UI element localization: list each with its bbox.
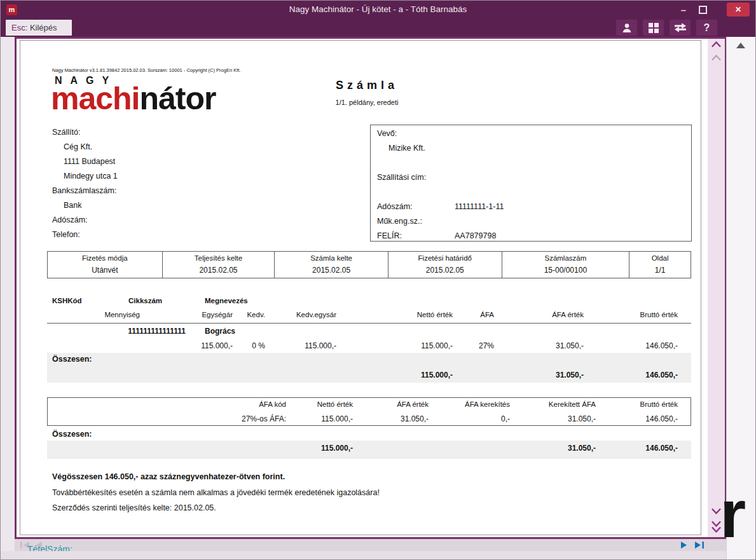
- items-total-band: [47, 353, 691, 383]
- exit-label: : Kilépés: [25, 23, 57, 32]
- vat-total-brutto: 146.050,-: [608, 444, 678, 453]
- supplier-bank-label: Bankszámlaszám:: [52, 186, 116, 195]
- contract-date-note: Szerződés szerinti teljesítés kelte: 201…: [52, 503, 216, 512]
- vat-header-brutto: Bruttó érték: [608, 400, 678, 408]
- scroll-up-secondary-icon[interactable]: [711, 55, 722, 61]
- meta-value: 2015.02.05: [388, 266, 502, 275]
- item-afaertek: 31.050,-: [514, 341, 584, 350]
- transfer-arrows-icon: [673, 22, 687, 33]
- vat-row-kerekites: 0,-: [440, 414, 510, 423]
- supplier-bank: Bank: [64, 201, 82, 210]
- status-bar: [1, 551, 726, 560]
- help-icon: ?: [704, 22, 710, 34]
- items-header-cikkszam: Cikkszám: [128, 297, 186, 304]
- company-logo: machinátor: [51, 83, 216, 114]
- item-afakulcs: 27%: [424, 341, 494, 350]
- logo-part-red: machi: [51, 81, 140, 116]
- meta-col-invoice-date: Számla kelte 2015.02.05: [275, 252, 388, 278]
- supplier-phone-label: Telefon:: [52, 230, 80, 239]
- supplier-name: Cég Kft.: [64, 142, 92, 151]
- vat-row-netto: 115.000,-: [283, 414, 353, 423]
- meta-header: Számlaszám: [502, 254, 629, 262]
- buyer-shipping-label: Szállítási cím:: [377, 173, 426, 182]
- buyer-label: Vevő:: [377, 129, 397, 138]
- items-header-kshkod: KSHKód: [52, 297, 103, 304]
- exit-button[interactable]: Esc: Kilépés: [6, 20, 72, 36]
- window-scroll-up-icon[interactable]: [736, 43, 745, 48]
- vat-header-kerekites: ÁFA kerekítés: [440, 400, 510, 408]
- last-page-icon[interactable]: [694, 541, 704, 549]
- meta-value: 15-00/00100: [502, 266, 629, 275]
- meta-col-payment: Fizetés módja Utánvét: [48, 252, 163, 278]
- supplier-city: 1111 Budapest: [64, 157, 115, 166]
- vat-total-kerekitett: 31.050,-: [526, 444, 596, 453]
- items-total-label: Összesen:: [52, 355, 92, 364]
- item-cikkszam: 111111111111111: [90, 327, 186, 336]
- transfer-button[interactable]: [670, 20, 691, 36]
- supplier-street: Mindegy utca 1: [64, 172, 118, 181]
- buyer-name: Mizike Kft.: [388, 144, 425, 153]
- meta-value: Utánvét: [48, 266, 162, 275]
- vat-header-kerekitett: Kerekített ÁFA: [526, 400, 596, 408]
- meta-col-fulfilment-date: Teljesítés kelte 2015.02.05: [163, 252, 275, 278]
- resale-note: Továbbértékesítés esetén a számla nem al…: [52, 488, 380, 497]
- items-header-afa: ÁFA: [424, 311, 494, 318]
- items-header-divider: [47, 323, 691, 324]
- invoice-meta-table: Fizetés módja Utánvét Teljesítés kelte 2…: [47, 251, 691, 278]
- maximize-icon: [699, 6, 707, 14]
- invoice-page: Nagy Machinátor v3.1.81.39842 2015.02.03…: [20, 40, 701, 535]
- buyer-felir-value: AA7879798: [455, 231, 496, 240]
- vat-total-netto: 115.000,-: [283, 444, 353, 453]
- buyer-permit-label: Műk.eng.sz.:: [377, 217, 422, 226]
- meta-value: 2015.02.05: [275, 266, 388, 275]
- close-button[interactable]: ✕: [727, 3, 750, 17]
- vat-header-kod: ÁFA kód: [216, 400, 286, 408]
- modules-button[interactable]: [643, 20, 664, 36]
- items-total-afa: 31.050,-: [514, 371, 584, 379]
- items-header-mennyiseg: Mennyiség: [70, 311, 140, 318]
- meta-col-due-date: Fizetési határidő 2015.02.05: [388, 252, 502, 278]
- exit-hotkey-label: Esc: [11, 23, 25, 32]
- user-button[interactable]: [616, 20, 637, 36]
- meta-col-invoice-number: Számlaszám 15-00/00100: [502, 252, 630, 278]
- logo-part-dark: nátor: [140, 81, 216, 116]
- item-megnevezes: Bogrács: [205, 327, 275, 336]
- scroll-up-icon[interactable]: [711, 41, 722, 48]
- app-window: m Nagy Machinátor - Új kötet - a - Tóth …: [0, 0, 756, 560]
- vat-total-label: Összesen:: [52, 430, 92, 439]
- background-logo-letter: r: [720, 480, 746, 547]
- vat-row-afaertek: 31.050,-: [359, 414, 429, 423]
- grand-total-line: Végösszesen 146.050,- azaz száznegyvenha…: [52, 472, 285, 481]
- title-bar: m Nagy Machinátor - Új kötet - a - Tóth …: [1, 1, 755, 18]
- maximize-button[interactable]: [694, 1, 711, 18]
- item-kedv: 0 %: [195, 341, 265, 350]
- meta-header: Teljesítés kelte: [163, 254, 275, 262]
- buyer-tax-label: Adószám:: [377, 202, 413, 211]
- items-header-brutto: Bruttó érték: [608, 311, 678, 318]
- supplier-tax-label: Adószám:: [52, 215, 88, 224]
- buyer-box: Vevő: Mizike Kft. Szállítási cím: Adószá…: [370, 125, 692, 242]
- items-total-netto: 115.000,-: [383, 371, 453, 379]
- item-brutto: 146.050,-: [608, 341, 678, 350]
- help-button[interactable]: ?: [696, 20, 717, 36]
- vat-header-afaertek: ÁFA érték: [359, 400, 429, 408]
- buyer-tax-value: 11111111-1-11: [455, 202, 504, 211]
- meta-header: Fizetési határidő: [388, 254, 502, 262]
- vat-row-kerekitett: 31.050,-: [526, 414, 596, 423]
- window-title: Nagy Machinátor - Új kötet - a - Tóth Ba…: [1, 1, 755, 18]
- document-title: Számla: [287, 79, 446, 92]
- items-header-kedv: Kedv.: [195, 311, 265, 318]
- item-kedvegysar: 115.000,-: [266, 341, 336, 350]
- meta-header: Oldal: [629, 254, 691, 262]
- toolbar: Esc: Kilépés ?: [1, 18, 755, 37]
- meta-value: 1/1: [629, 266, 691, 275]
- meta-col-page: Oldal 1/1: [629, 252, 691, 278]
- next-page-icon[interactable]: [680, 541, 689, 549]
- user-icon: [621, 22, 633, 34]
- items-header-kedvegysar: Kedv.egysár: [266, 311, 336, 318]
- items-header-afaertek: ÁFA érték: [514, 311, 584, 318]
- preview-scrollbar[interactable]: [708, 39, 725, 537]
- vat-row-brutto: 146.050,-: [608, 414, 678, 423]
- minimize-button[interactable]: –: [675, 1, 692, 18]
- items-total-brutto: 146.050,-: [608, 371, 678, 379]
